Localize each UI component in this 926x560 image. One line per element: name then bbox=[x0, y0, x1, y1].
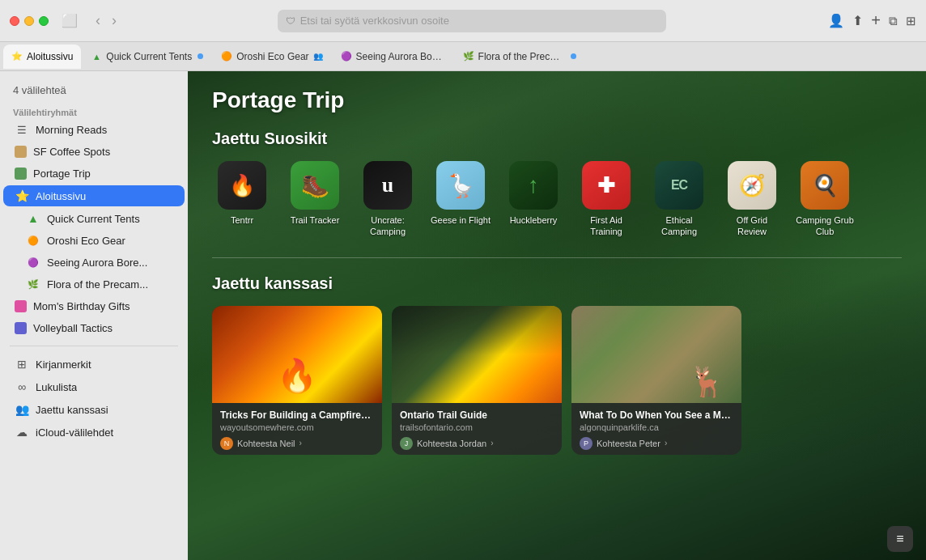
sidebar-item-aloitussivu[interactable]: ⭐ Aloitussivu bbox=[3, 185, 185, 206]
privacy-shield-icon: 🛡 bbox=[286, 15, 295, 27]
shared-card-campfire[interactable]: Tricks For Building a Campfire—F... wayo… bbox=[212, 306, 382, 455]
sidebar-item-label-icloud: iCloud-välilehdet bbox=[36, 426, 113, 439]
fav-label-geese: Geese in Flight bbox=[431, 214, 491, 226]
fav-label-camping-grub: Camping Grub Club bbox=[795, 214, 855, 238]
address-bar[interactable]: 🛡 Etsi tai syötä verkkosivun osoite bbox=[278, 10, 666, 32]
close-button[interactable] bbox=[10, 16, 19, 26]
card-from-trail: J Kohteesta Jordan › bbox=[400, 437, 554, 450]
sidebar-item-portage-trip[interactable]: Portage Trip bbox=[3, 163, 185, 184]
card-title-campfire: Tricks For Building a Campfire—F... bbox=[220, 409, 374, 421]
sidebar-item-icloud[interactable]: ☁ iCloud-välilehdet bbox=[3, 422, 185, 443]
nav-buttons: ‹ › bbox=[91, 11, 121, 31]
tab-favicon-aurora: 🟣 bbox=[341, 51, 352, 62]
fav-trail-tracker[interactable]: 🥾 Trail Tracker bbox=[285, 161, 345, 238]
sidebar-item-moms-bday[interactable]: Mom's Birthday Gifts bbox=[3, 296, 185, 316]
tab-label-aurora: Seeing Aurora Boreali... bbox=[356, 51, 445, 62]
card-from-arrow-3: › bbox=[665, 439, 667, 448]
shared-cards-grid: Tricks For Building a Campfire—F... wayo… bbox=[212, 306, 902, 455]
tab-oroshi[interactable]: 🟠 Oroshi Eco Gear 👥 bbox=[213, 45, 330, 69]
forward-button[interactable]: › bbox=[107, 11, 121, 31]
favorites-grid: 🔥 Tentrr 🥾 Trail Tracker u Uncrate: Camp… bbox=[212, 161, 902, 238]
fav-offgrid[interactable]: 🧭 Off Grid Review bbox=[722, 161, 782, 238]
card-from-arrow-2: › bbox=[491, 439, 493, 448]
avatar-peter: P bbox=[580, 437, 593, 450]
sidebar-item-label-oroshi: Oroshi Eco Gear bbox=[47, 235, 125, 247]
sidebar-item-label-quick: Quick Current Tents bbox=[47, 213, 140, 225]
sidebar-item-label-aloitus: Aloitussivu bbox=[36, 190, 86, 202]
sidebar-item-label-shared: Jaettu kanssasi bbox=[36, 404, 108, 416]
sidebar-item-label-flora: Flora of the Precam... bbox=[47, 278, 148, 291]
fav-label-ethical: Ethical Camping bbox=[649, 214, 709, 238]
fav-label-trail: Trail Tracker bbox=[291, 214, 340, 226]
tab-group-icon-volleyball bbox=[15, 322, 27, 334]
sidebar: 4 välilehteä Välilehtiryhmät ☰ Morning R… bbox=[0, 71, 188, 560]
share-icon[interactable]: ⬆ bbox=[852, 13, 863, 28]
titlebar: ⬜ ‹ › 🛡 Etsi tai syötä verkkosivun osoit… bbox=[0, 0, 926, 42]
fav-icon-trail: 🥾 bbox=[291, 161, 339, 210]
sidebar-item-sf-coffee[interactable]: SF Coffee Spots bbox=[3, 142, 185, 162]
sidebar-item-shared-with-me[interactable]: 👥 Jaettu kanssasi bbox=[3, 399, 185, 420]
fav-camping-grub[interactable]: 🍳 Camping Grub Club bbox=[795, 161, 855, 238]
page-title: Portage Trip bbox=[212, 87, 902, 113]
tab-dot-quick bbox=[198, 53, 203, 59]
card-url-campfire: wayoutsomewhere.com bbox=[220, 422, 374, 432]
fav-ethical[interactable]: EC Ethical Camping bbox=[649, 161, 709, 238]
shared-card-moose[interactable]: What To Do When You See a Moo... algonqu… bbox=[571, 306, 741, 455]
fav-tentrr[interactable]: 🔥 Tentrr bbox=[212, 161, 272, 238]
tab-favicon-aloitussivu: ⭐ bbox=[11, 51, 23, 62]
sidebar-item-label-aurora: Seeing Aurora Bore... bbox=[47, 257, 147, 269]
card-from-campfire: N Kohteesta Neil › bbox=[220, 437, 374, 450]
profile-icon[interactable]: 👤 bbox=[828, 13, 844, 28]
fullscreen-button[interactable] bbox=[39, 16, 49, 26]
sidebar-item-label-volleyball: Volleyball Tactics bbox=[33, 322, 113, 334]
card-from-text-peter: Kohteesta Peter bbox=[597, 439, 661, 448]
fav-icon-tentrr: 🔥 bbox=[218, 161, 266, 210]
aurora-icon: 🟣 bbox=[26, 257, 40, 268]
sidebar-item-label-moms: Mom's Birthday Gifts bbox=[33, 300, 130, 312]
fav-geese[interactable]: 🪿 Geese in Flight bbox=[431, 161, 491, 238]
sidebar-item-aurora[interactable]: 🟣 Seeing Aurora Bore... bbox=[3, 252, 185, 273]
fav-icon-firstaid: ✚ bbox=[582, 161, 631, 210]
fav-icon-ethical: EC bbox=[655, 161, 703, 210]
card-body-campfire: Tricks For Building a Campfire—F... wayo… bbox=[212, 403, 382, 455]
bookmark-icon: ⊞ bbox=[15, 358, 29, 371]
fav-uncrate[interactable]: u Uncrate: Camping bbox=[358, 161, 418, 238]
tab-quick-current-tents[interactable]: ▲ Quick Current Tents bbox=[83, 45, 211, 69]
minimize-button[interactable] bbox=[24, 16, 34, 26]
fav-label-huckleberry: Huckleberry bbox=[510, 214, 558, 226]
new-tab-button[interactable]: + bbox=[871, 11, 881, 30]
sidebar-item-readlist[interactable]: ∞ Lukulista bbox=[3, 376, 185, 397]
fav-firstaid[interactable]: ✚ First Aid Training bbox=[576, 161, 636, 238]
tab-favicon-flora: 🌿 bbox=[463, 51, 474, 62]
sidebar-section-label: Välilehtiryhmät bbox=[0, 103, 188, 119]
tab-aurora[interactable]: 🟣 Seeing Aurora Boreali... bbox=[333, 45, 453, 69]
fav-huckleberry[interactable]: ↑ Huckleberry bbox=[503, 161, 563, 238]
tabs-layout-button[interactable]: ⧉ bbox=[889, 14, 898, 28]
back-button[interactable]: ‹ bbox=[91, 11, 105, 31]
sidebar-toggle-button[interactable]: ⬜ bbox=[62, 13, 78, 28]
tab-group-icon-portage bbox=[15, 168, 27, 180]
tab-aloitussivu[interactable]: ⭐ Aloitussivu bbox=[3, 45, 81, 69]
address-bar-wrap: 🛡 Etsi tai syötä verkkosivun osoite bbox=[128, 10, 815, 32]
card-title-moose: What To Do When You See a Moo... bbox=[580, 409, 733, 421]
sidebar-item-bookmarks[interactable]: ⊞ Kirjanmerkit bbox=[3, 354, 185, 375]
sidebar-item-quick-current-tents[interactable]: ▲ Quick Current Tents bbox=[3, 208, 185, 229]
main-layout: 4 välilehteä Välilehtiryhmät ☰ Morning R… bbox=[0, 71, 926, 560]
content-area: Portage Trip Jaettu Suosikit 🔥 Tentrr 🥾 … bbox=[188, 71, 926, 560]
tab-flora[interactable]: 🌿 Flora of the Precambi... bbox=[455, 45, 584, 69]
sidebar-item-volleyball[interactable]: Volleyball Tactics bbox=[3, 318, 185, 338]
sidebar-item-oroshi[interactable]: 🟠 Oroshi Eco Gear bbox=[3, 231, 185, 251]
tab-group-icon-sf bbox=[15, 146, 27, 158]
split-view-button[interactable]: ⊞ bbox=[906, 14, 916, 28]
avatar-jordan: J bbox=[400, 437, 413, 450]
shared-card-trail[interactable]: Ontario Trail Guide trailsofontario.com … bbox=[392, 306, 562, 455]
sidebar-item-flora[interactable]: 🌿 Flora of the Precam... bbox=[3, 274, 185, 295]
tab-label-aloitussivu: Aloitussivu bbox=[27, 51, 73, 62]
fav-label-tentrr: Tentrr bbox=[231, 214, 253, 226]
sidebar-item-morning-reads[interactable]: ☰ Morning Reads bbox=[3, 120, 185, 140]
sidebar-item-label-portage: Portage Trip bbox=[33, 168, 91, 180]
traffic-lights bbox=[10, 16, 49, 26]
customize-button[interactable]: ≡ bbox=[887, 526, 913, 552]
card-from-arrow: › bbox=[299, 439, 302, 448]
fav-icon-uncrate: u bbox=[363, 161, 412, 210]
